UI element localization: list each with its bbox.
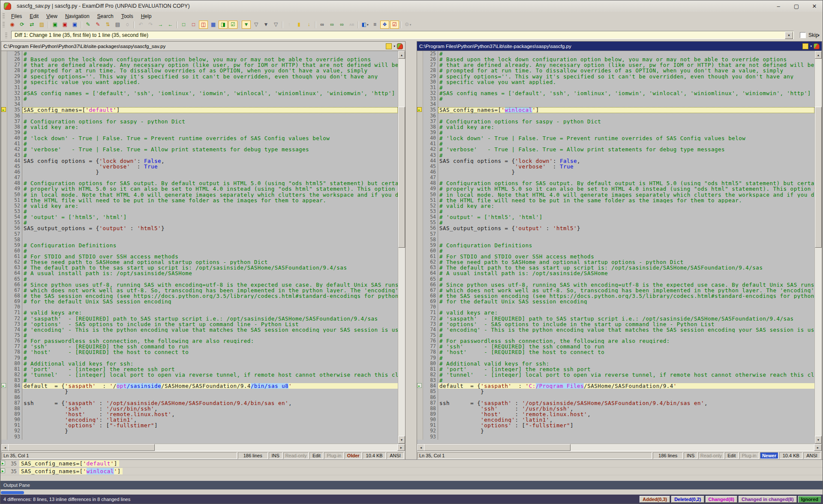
code-line[interactable]: 53# xyxy=(417,209,814,214)
code-line[interactable]: 79# xyxy=(1,355,398,361)
code-line[interactable]: 72# 'saspath' - [REQUIRED] path to SAS s… xyxy=(417,316,814,321)
code-line[interactable]: 39# xyxy=(1,130,398,135)
code-line[interactable]: 32#SAS_config_names = ['default', 'ssh',… xyxy=(1,90,398,96)
filter-clear-button[interactable]: ▽ xyxy=(271,21,280,29)
code-line[interactable]: 89 'host' : 'remote.linux.host', xyxy=(1,411,398,417)
code-line[interactable]: 71# valid keys are: xyxy=(1,310,398,315)
code-line[interactable]: 90 'encoding': 'latin1', xyxy=(417,417,814,423)
code-line[interactable]: 80# Additional valid keys for ssh: xyxy=(1,361,398,366)
code-line[interactable]: 92 } xyxy=(1,428,398,434)
code-line[interactable]: 64# A usual install path is: /opt/sasins… xyxy=(1,270,398,276)
status-read-only[interactable]: Read-only xyxy=(698,452,724,459)
scroll-up-button[interactable]: ▲ xyxy=(398,51,405,59)
code-line[interactable]: 68# the SAS session encoding (see https:… xyxy=(1,293,398,299)
refresh-button[interactable]: ⟳ xyxy=(18,21,27,29)
code-line[interactable]: 65# xyxy=(417,276,814,282)
status-ins[interactable]: INS xyxy=(684,452,697,459)
code-line[interactable]: 27# that are defined already. Any necess… xyxy=(1,62,398,68)
right-vertical-scrollbar[interactable]: ▲ ▼ xyxy=(814,51,822,444)
status-newer[interactable]: Newer xyxy=(760,452,779,459)
code-line[interactable]: 75# xyxy=(1,333,398,338)
code-line[interactable]: 46 } xyxy=(1,169,398,175)
code-line[interactable]: 55# xyxy=(1,220,398,225)
code-line[interactable]: 56SAS_output_options = {'output' : 'html… xyxy=(417,225,814,231)
compare-button[interactable]: ◉ xyxy=(8,21,17,29)
code-line[interactable]: 30# specific value you want applied. xyxy=(1,79,398,85)
menu-grip-handle[interactable] xyxy=(3,13,5,19)
code-line[interactable]: 48# Configuration options for SAS output… xyxy=(1,180,398,186)
code-line[interactable]: 77# 'ssh' - [REQUIRED] the ssh command t… xyxy=(417,344,814,349)
compare-file-icon[interactable] xyxy=(397,43,403,49)
code-line[interactable]: 86 xyxy=(1,395,398,400)
code-line[interactable]: 47 xyxy=(1,175,398,180)
code-line[interactable]: 34 xyxy=(1,102,398,107)
swap-panes-button[interactable]: ⇅ xyxy=(103,21,112,29)
code-line[interactable]: 55# xyxy=(417,220,814,225)
diff-list-row[interactable]: ►35SAS_config_names=['default'] xyxy=(0,460,823,468)
code-line[interactable]: 30# specific value you want applied. xyxy=(417,79,814,85)
menu-navigation[interactable]: Navigation xyxy=(61,13,93,20)
save-second-button[interactable]: ▣ xyxy=(60,21,69,29)
code-line[interactable]: 48# Configuration options for SAS output… xyxy=(417,180,814,186)
toolbar-grip-handle[interactable] xyxy=(3,22,5,27)
status-plug-in[interactable]: Plug-in xyxy=(324,452,344,459)
code-line[interactable]: 58 xyxy=(1,237,398,243)
code-line[interactable]: 74# 'encoding' - This is the python enco… xyxy=(417,327,814,333)
code-line[interactable]: 25# xyxy=(1,51,398,57)
code-line[interactable]: 92 } xyxy=(417,428,814,434)
code-line[interactable]: 26# Based upon the lock_down configurati… xyxy=(1,57,398,62)
code-line[interactable]: 32#SAS_config_names = ['default', 'ssh',… xyxy=(417,90,814,96)
code-line[interactable]: 38# valid key are: xyxy=(1,124,398,130)
code-line[interactable]: 26# Based upon the lock_down configurati… xyxy=(417,57,814,62)
show-identical-button[interactable]: □ xyxy=(179,21,188,29)
edit-first-button[interactable]: ✎ xyxy=(84,21,93,29)
code-line[interactable]: 59# Configuration Definitions xyxy=(417,243,814,248)
show-changed-button[interactable]: ◫ xyxy=(199,21,208,29)
output-pane-scrollbar[interactable] xyxy=(1,491,24,494)
diff-list-row[interactable]: ►35SAS_config_names=['winlocal'] xyxy=(0,468,823,475)
synchronize-scrolling-button[interactable]: ◨ xyxy=(219,21,228,29)
status-edit[interactable]: Edit xyxy=(309,452,323,459)
menu-search[interactable]: Search xyxy=(93,13,117,20)
diff-dropdown-button[interactable]: ▼ xyxy=(785,32,793,39)
compare-file-icon[interactable] xyxy=(814,43,820,49)
code-line[interactable]: 78# 'host' - [REQUIRED] the host to conn… xyxy=(417,349,814,355)
close-button[interactable]: ✕ xyxy=(810,3,819,9)
code-line[interactable]: 43# xyxy=(1,153,398,158)
chevron-down-icon[interactable]: ▾ xyxy=(393,45,395,48)
code-line[interactable]: 93 xyxy=(1,434,398,440)
save-first-button[interactable]: ▣ xyxy=(51,21,60,29)
code-line[interactable]: 40# 'lock_down' - True | False. True = P… xyxy=(1,135,398,141)
code-line[interactable]: 87ssh = {'saspath' : '/opt/sasinside/SAS… xyxy=(417,400,814,406)
code-line[interactable]: 85 } xyxy=(417,389,814,394)
code-line[interactable]: 56SAS_output_options = {'output' : 'html… xyxy=(1,225,398,231)
right-pane-header[interactable]: C:\Program Files\Python\Python37\Lib\sit… xyxy=(417,42,822,51)
code-line[interactable]: 51# the HTML file will need to be put in… xyxy=(1,198,398,203)
code-line[interactable]: 64# A usual install path is: /opt/sasins… xyxy=(417,270,814,276)
previous-difference-button[interactable]: ← xyxy=(166,21,175,29)
code-line[interactable]: 63# The default path to the sas start up… xyxy=(1,265,398,270)
code-line[interactable]: 82# 'tunnel' - [integer] local port to o… xyxy=(1,372,398,378)
code-line[interactable]: 50# in local mode. Note that HTML 4.0 wi… xyxy=(1,192,398,198)
status-edit[interactable]: Edit xyxy=(725,452,739,459)
code-line[interactable]: 44SAS_config_options = {'lock_down': Fal… xyxy=(417,158,814,164)
status-read-only[interactable]: Read-only xyxy=(283,452,309,459)
file-actions-icon[interactable] xyxy=(802,43,808,49)
scroll-down-button[interactable]: ▼ xyxy=(398,436,405,444)
code-line[interactable]: 45 'verbose' : True xyxy=(417,164,814,169)
plugins-button[interactable]: ❖ xyxy=(380,21,389,29)
code-line[interactable]: 51# the HTML file will need to be put in… xyxy=(417,198,814,203)
code-line[interactable]: 31# xyxy=(417,85,814,90)
code-line[interactable]: ►35SAS_config_names=['winlocal'] xyxy=(417,107,814,113)
code-line[interactable]: 88 'ssh' : '/usr/bin/ssh', xyxy=(417,406,814,411)
code-line[interactable]: 28# prompted for at run time. To dissall… xyxy=(1,68,398,73)
line-details-button[interactable]: ≡ xyxy=(370,21,379,29)
show-all-button[interactable]: ▦ xyxy=(209,21,218,29)
right-vscroll-thumb[interactable] xyxy=(815,107,822,248)
code-line[interactable]: 25# xyxy=(417,51,814,57)
code-line[interactable]: 72# 'saspath' - [REQUIRED] path to SAS s… xyxy=(1,316,398,321)
filter-edit-button[interactable]: ▼ xyxy=(261,21,270,29)
copy-block-button[interactable]: ▮ xyxy=(294,21,303,29)
code-line[interactable]: 80# Additional valid keys for ssh: xyxy=(417,361,814,366)
code-line[interactable]: 54# 'output' = ['html5', 'html'] xyxy=(1,214,398,220)
